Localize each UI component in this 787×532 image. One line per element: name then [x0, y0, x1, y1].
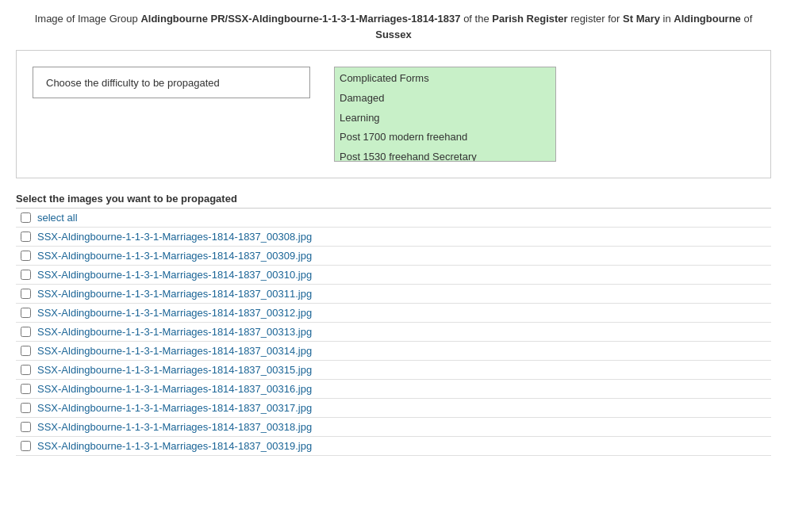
- difficulty-option[interactable]: Learning: [335, 109, 555, 128]
- difficulty-inner: Choose the difficulty to be propagated C…: [33, 67, 754, 162]
- table-row: SSX-Aldingbourne-1-1-3-1-Marriages-1814-…: [16, 380, 771, 399]
- table-row: SSX-Aldingbourne-1-1-3-1-Marriages-1814-…: [16, 418, 771, 437]
- image-link[interactable]: SSX-Aldingbourne-1-1-3-1-Marriages-1814-…: [37, 288, 312, 300]
- image-checkbox[interactable]: [21, 270, 31, 280]
- image-link[interactable]: SSX-Aldingbourne-1-1-3-1-Marriages-1814-…: [37, 364, 312, 376]
- select-all-link[interactable]: select all: [37, 212, 78, 224]
- image-link[interactable]: SSX-Aldingbourne-1-1-3-1-Marriages-1814-…: [37, 250, 312, 262]
- image-link[interactable]: SSX-Aldingbourne-1-1-3-1-Marriages-1814-…: [37, 269, 312, 281]
- image-checkbox[interactable]: [21, 422, 31, 432]
- header-in-text: in: [663, 13, 674, 25]
- image-checkbox[interactable]: [21, 251, 31, 261]
- difficulty-option[interactable]: Complicated Forms: [335, 69, 555, 89]
- difficulty-option[interactable]: Post 1530 freehand Secretary: [335, 147, 555, 162]
- image-link[interactable]: SSX-Aldingbourne-1-1-3-1-Marriages-1814-…: [37, 345, 312, 357]
- table-row: SSX-Aldingbourne-1-1-3-1-Marriages-1814-…: [16, 285, 771, 304]
- table-row: SSX-Aldingbourne-1-1-3-1-Marriages-1814-…: [16, 304, 771, 323]
- image-checkbox[interactable]: [21, 441, 31, 451]
- image-checkbox[interactable]: [21, 384, 31, 394]
- image-checkbox[interactable]: [21, 346, 31, 356]
- main-content: Choose the difficulty to be propagated C…: [0, 50, 787, 456]
- image-select-section: Select the images you want to be propaga…: [16, 188, 771, 456]
- image-checkbox[interactable]: [21, 232, 31, 242]
- image-link[interactable]: SSX-Aldingbourne-1-1-3-1-Marriages-1814-…: [37, 307, 312, 319]
- difficulty-option[interactable]: Damaged: [335, 89, 555, 109]
- image-link[interactable]: SSX-Aldingbourne-1-1-3-1-Marriages-1814-…: [37, 231, 312, 243]
- table-row: SSX-Aldingbourne-1-1-3-1-Marriages-1814-…: [16, 323, 771, 342]
- difficulty-label-text: Choose the difficulty to be propagated: [46, 77, 220, 89]
- difficulty-listbox[interactable]: Complicated FormsDamagedLearningPost 170…: [334, 67, 556, 162]
- page-header: Image of Image Group Aldingbourne PR/SSX…: [0, 0, 787, 50]
- header-location: Aldingbourne: [674, 13, 741, 25]
- difficulty-panel: Choose the difficulty to be propagated C…: [16, 50, 771, 178]
- table-row: SSX-Aldingbourne-1-1-3-1-Marriages-1814-…: [16, 228, 771, 247]
- table-row: SSX-Aldingbourne-1-1-3-1-Marriages-1814-…: [16, 247, 771, 266]
- image-list: select all SSX-Aldingbourne-1-1-3-1-Marr…: [16, 208, 771, 456]
- header-register-type: Parish Register: [492, 13, 567, 25]
- header-county: Sussex: [375, 29, 412, 40]
- image-link[interactable]: SSX-Aldingbourne-1-1-3-1-Marriages-1814-…: [37, 383, 312, 395]
- header-of-text: of Image Group: [66, 13, 140, 25]
- image-checkbox[interactable]: [21, 289, 31, 299]
- header-image-label: Image: [35, 13, 63, 25]
- table-row: SSX-Aldingbourne-1-1-3-1-Marriages-1814-…: [16, 361, 771, 380]
- image-checkbox[interactable]: [21, 365, 31, 375]
- select-all-row: select all: [16, 209, 771, 228]
- table-row: SSX-Aldingbourne-1-1-3-1-Marriages-1814-…: [16, 342, 771, 361]
- image-link[interactable]: SSX-Aldingbourne-1-1-3-1-Marriages-1814-…: [37, 421, 312, 433]
- select-section-title: Select the images you want to be propaga…: [16, 188, 771, 208]
- header-of-the-text: of the: [463, 13, 492, 25]
- difficulty-option[interactable]: Post 1700 modern freehand: [335, 128, 555, 147]
- table-row: SSX-Aldingbourne-1-1-3-1-Marriages-1814-…: [16, 437, 771, 456]
- image-checkbox[interactable]: [21, 308, 31, 318]
- table-row: SSX-Aldingbourne-1-1-3-1-Marriages-1814-…: [16, 399, 771, 418]
- difficulty-label-box: Choose the difficulty to be propagated: [33, 67, 310, 98]
- image-link[interactable]: SSX-Aldingbourne-1-1-3-1-Marriages-1814-…: [37, 326, 312, 338]
- header-image-group: Aldingbourne PR/SSX-Aldingbourne-1-1-3-1…: [140, 13, 460, 25]
- table-row: SSX-Aldingbourne-1-1-3-1-Marriages-1814-…: [16, 266, 771, 285]
- image-link[interactable]: SSX-Aldingbourne-1-1-3-1-Marriages-1814-…: [37, 402, 312, 414]
- image-link[interactable]: SSX-Aldingbourne-1-1-3-1-Marriages-1814-…: [37, 440, 312, 452]
- header-register-text: register for: [570, 13, 623, 25]
- select-all-checkbox[interactable]: [21, 212, 31, 223]
- header-of-text2: of: [743, 13, 752, 25]
- image-checkbox[interactable]: [21, 327, 31, 337]
- header-church: St Mary: [623, 13, 660, 25]
- image-checkbox[interactable]: [21, 403, 31, 413]
- difficulty-select-container: Complicated FormsDamagedLearningPost 170…: [334, 67, 556, 162]
